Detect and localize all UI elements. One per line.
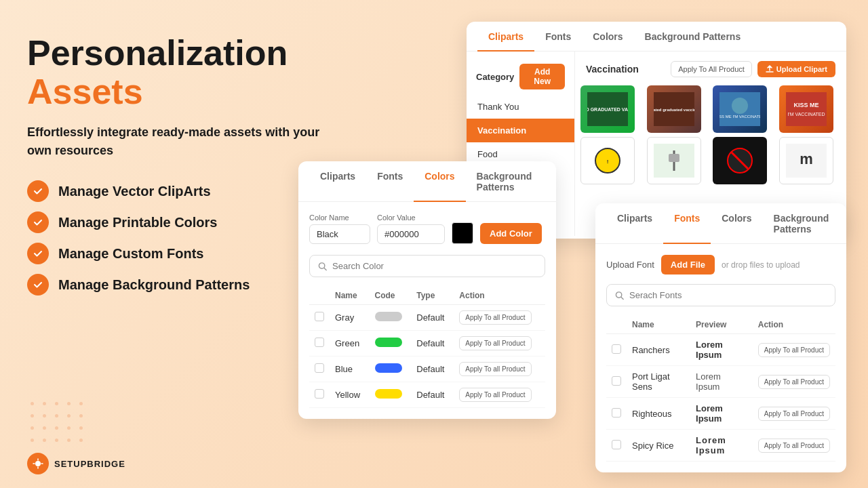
cliparts-header: Category Add New — [467, 58, 574, 95]
font-name-cell: Ranchers — [627, 334, 690, 366]
clipart-thumb-7[interactable] — [713, 137, 767, 184]
tab-cliparts[interactable]: Cliparts — [477, 22, 534, 52]
color-row: Yellow Default Apply To all Product — [309, 382, 545, 408]
color-value-group: Color Value — [377, 214, 445, 244]
svg-rect-12 — [786, 92, 827, 126]
clipart-thumb-5[interactable]: ! — [580, 137, 635, 184]
font-preview-cell: Lorem Ipsum — [690, 334, 753, 366]
clipart-thumb-4[interactable]: KISS MEI'M VACCINATED — [779, 85, 833, 133]
drop-label: or drop files to upload — [722, 260, 800, 270]
font-checkbox-3[interactable] — [612, 440, 621, 449]
upload-font-row: Upload Font Add File or drop files to up… — [606, 255, 835, 274]
color-apply-button-1[interactable]: Apply To all Product — [459, 336, 531, 350]
font-name-cell: Spicy Rice — [627, 430, 690, 462]
colors-search-bar[interactable] — [309, 255, 545, 277]
font-checkbox-2[interactable] — [612, 408, 621, 418]
clipart-thumb-8[interactable]: m — [779, 137, 833, 184]
fonts-search-input[interactable] — [629, 290, 827, 300]
fonts-search-bar[interactable] — [606, 284, 835, 306]
fonts-col-action: Action — [753, 316, 835, 334]
svg-line-25 — [324, 268, 326, 270]
feature-label-4: Manage Background Patterns — [58, 277, 250, 293]
fonts-tab-colors[interactable]: Colors — [711, 203, 762, 244]
fonts-col-preview: Preview — [690, 316, 753, 334]
color-form: Color Name Color Value Add Color — [309, 213, 545, 244]
color-apply-button-3[interactable]: Apply To all Product — [459, 388, 531, 402]
color-checkbox-3[interactable] — [315, 389, 324, 399]
svg-point-2 — [32, 247, 44, 260]
cliparts-tab-bar: Cliparts Fonts Colors Background Pattern… — [467, 22, 846, 52]
color-checkbox-0[interactable] — [315, 312, 324, 321]
fonts-tab-fonts[interactable]: Fonts — [663, 203, 711, 244]
fonts-tab-bar: Cliparts Fonts Colors Background Pattern… — [595, 203, 846, 244]
add-file-button[interactable]: Add File — [661, 255, 715, 274]
logo: SETUPBRIDGE — [27, 453, 125, 474]
color-value-input[interactable] — [377, 224, 445, 244]
tab-bg-patterns[interactable]: Background Patterns — [634, 22, 752, 52]
colors-tab-fonts[interactable]: Fonts — [366, 161, 414, 202]
color-apply-button-0[interactable]: Apply To all Product — [459, 310, 531, 325]
svg-text:!: ! — [607, 159, 609, 165]
color-checkbox-1[interactable] — [315, 338, 324, 347]
fonts-search-icon — [615, 291, 624, 300]
color-checkbox-2[interactable] — [315, 363, 324, 373]
color-type-cell: Default — [411, 305, 454, 331]
colors-panel: Cliparts Fonts Colors Background Pattern… — [298, 161, 556, 419]
font-row: Ranchers Lorem Ipsum Apply To all Produc… — [606, 334, 835, 366]
colors-tab-colors[interactable]: Colors — [414, 161, 465, 202]
colors-tab-bg[interactable]: Background Patterns — [466, 161, 545, 202]
feature-label-3: Manage Custom Fonts — [58, 246, 203, 262]
cat-vaccination[interactable]: Vaccination — [467, 119, 574, 142]
cat-thank-you[interactable]: Thank You — [467, 95, 574, 119]
color-name-cell: Gray — [330, 305, 370, 331]
svg-text:m: m — [800, 150, 813, 167]
color-swatch — [452, 222, 473, 244]
font-apply-button-0[interactable]: Apply To all Product — [758, 343, 830, 357]
upload-clipart-button[interactable]: Upload Clipart — [757, 61, 835, 77]
colors-tab-bar: Cliparts Fonts Colors Background Pattern… — [298, 161, 556, 202]
color-name-input[interactable] — [309, 224, 370, 244]
fonts-tab-cliparts[interactable]: Cliparts — [606, 203, 663, 244]
font-apply-button-3[interactable]: Apply To all Product — [758, 439, 830, 453]
check-icon-4 — [27, 274, 49, 296]
font-preview-cell: Lorem Ipsum — [690, 366, 753, 398]
clipart-thumb-2[interactable]: educated graduated vaccinated — [647, 85, 701, 133]
font-row: Righteous Lorem Ipsum Apply To all Produ… — [606, 398, 835, 430]
tab-colors[interactable]: Colors — [582, 22, 633, 52]
font-row: Spicy Rice Lorem Ipsum Apply To all Prod… — [606, 430, 835, 462]
feature-label-2: Manage Printable Colors — [58, 215, 218, 230]
apply-all-button[interactable]: Apply To All Product — [671, 61, 752, 77]
color-apply-button-2[interactable]: Apply To all Product — [459, 362, 531, 376]
font-preview-cell: Lorem Ipsum — [690, 398, 753, 430]
clipart-grid: EDUCATED GRADUATED VACCINATED educated g… — [580, 85, 841, 184]
fonts-tab-bg[interactable]: Background Patterns — [763, 203, 840, 244]
svg-point-3 — [32, 279, 44, 291]
svg-rect-19 — [669, 154, 679, 162]
clipart-thumb-3[interactable]: KISS ME I'M VACCINATED — [713, 85, 767, 133]
col-type-header: Type — [411, 287, 454, 305]
svg-point-1 — [32, 216, 44, 228]
clipart-thumb-1[interactable]: EDUCATED GRADUATED VACCINATED — [580, 85, 635, 133]
add-color-button[interactable]: Add Color — [480, 223, 542, 244]
svg-point-10 — [732, 98, 748, 114]
add-new-button[interactable]: Add New — [519, 64, 565, 89]
category-label: Category — [476, 72, 514, 82]
color-bar-3 — [375, 389, 402, 399]
color-name-group: Color Name — [309, 214, 370, 244]
colors-table: Name Code Type Action Gray Default Apply… — [309, 287, 545, 408]
upload-font-label: Upload Font — [606, 260, 654, 270]
check-icon-2 — [27, 211, 49, 233]
color-code-cell — [370, 331, 412, 357]
cliparts-actions: Apply To All Product Upload Clipart — [671, 61, 835, 77]
color-name-label: Color Name — [309, 214, 370, 222]
colors-tab-cliparts[interactable]: Cliparts — [309, 161, 366, 202]
colors-search-input[interactable] — [332, 261, 536, 271]
tab-fonts[interactable]: Fonts — [534, 22, 582, 52]
font-apply-button-2[interactable]: Apply To all Product — [758, 407, 830, 421]
color-type-cell: Default — [411, 382, 454, 408]
col-code-header: Code — [370, 287, 412, 305]
font-apply-button-1[interactable]: Apply To all Product — [758, 375, 830, 389]
clipart-thumb-6[interactable] — [647, 137, 701, 184]
font-checkbox-0[interactable] — [612, 344, 621, 354]
font-checkbox-1[interactable] — [612, 376, 621, 386]
